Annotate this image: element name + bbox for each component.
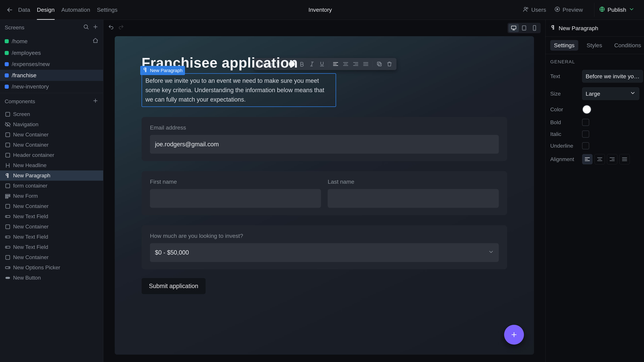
device-tablet[interactable]	[519, 24, 529, 32]
align-left-option[interactable]	[582, 154, 592, 164]
tree-node[interactable]: New Container	[0, 222, 103, 232]
prop-text: Text Before we invite yo…	[546, 67, 644, 85]
invest-select[interactable]	[150, 243, 499, 262]
status-dot	[5, 62, 9, 66]
tree-node[interactable]: New Container	[0, 140, 103, 150]
submit-button[interactable]: Submit application	[142, 278, 206, 294]
device-desktop[interactable]	[508, 24, 519, 32]
screen-item-new-inventory[interactable]: /new-inventory	[0, 81, 103, 92]
textfield-icon	[5, 244, 11, 250]
tab-settings[interactable]: Settings	[97, 0, 118, 20]
canvas[interactable]: Large	[115, 36, 534, 355]
publish-button[interactable]: Publish	[594, 3, 639, 17]
tree-node[interactable]: New Options Picker	[0, 263, 103, 273]
tree-node[interactable]: New Form	[0, 191, 103, 201]
tab-data[interactable]: Data	[18, 0, 30, 20]
screen-path: /new-inventory	[12, 83, 49, 90]
prop-underline-label: Underline	[550, 143, 579, 149]
tab-automation[interactable]: Automation	[62, 0, 90, 20]
tree-node[interactable]: New Text Field	[0, 232, 103, 242]
search-icon[interactable]	[83, 24, 89, 31]
tree-node[interactable]: New Container	[0, 201, 103, 211]
prop-size-select[interactable]: Large	[582, 87, 639, 100]
add-component-icon[interactable]	[92, 98, 98, 105]
first-name-input[interactable]	[150, 189, 321, 208]
form-card-invest: How much are you looking to invest?	[142, 225, 507, 269]
users-label: Users	[531, 6, 546, 13]
screen-item-expenses-new[interactable]: /expenses/new	[0, 58, 103, 70]
screen-item-franchise[interactable]: /franchise	[0, 70, 103, 81]
tree-node[interactable]: New Container	[0, 252, 103, 263]
paragraph-icon	[5, 173, 11, 179]
align-justify-option[interactable]	[619, 154, 630, 164]
device-mobile[interactable]	[529, 24, 540, 32]
undo-button[interactable]	[108, 24, 114, 32]
prop-italic-checkbox[interactable]	[582, 131, 589, 138]
users-button[interactable]: Users	[523, 6, 546, 13]
svg-rect-16	[6, 236, 10, 238]
paragraph-text[interactable]: Before we invite you to an event we need…	[146, 76, 332, 104]
tree-node-label: Screen	[13, 111, 30, 117]
tree-node[interactable]: form container	[0, 181, 103, 191]
invest-label: How much are you looking to invest?	[150, 233, 499, 239]
insp-tab-styles[interactable]: Styles	[583, 40, 606, 51]
selected-paragraph-component[interactable]: New Paragraph Before we invite you to an…	[142, 73, 507, 107]
prop-size-label: Size	[550, 91, 579, 97]
add-component-fab[interactable]	[504, 325, 524, 345]
tree-node-label: Header container	[13, 152, 54, 158]
tree-node-label: New Container	[13, 142, 49, 148]
svg-rect-11	[6, 196, 10, 197]
prop-color-label: Color	[550, 106, 579, 113]
prop-text-label: Text	[550, 73, 579, 79]
status-dot	[5, 73, 9, 77]
prop-underline-checkbox[interactable]	[582, 142, 589, 149]
screen-item-home[interactable]: /home	[0, 35, 103, 47]
chevron-down-icon	[630, 90, 636, 97]
tree-node[interactable]: New Text Field	[0, 211, 103, 222]
prop-bold-label: Bold	[550, 119, 579, 125]
last-name-input[interactable]	[328, 189, 499, 208]
prop-bold-checkbox[interactable]	[582, 119, 589, 126]
square-icon	[5, 111, 11, 117]
component-chip-label: New Paragraph	[150, 68, 183, 73]
app-title: Inventory	[118, 6, 523, 13]
prop-color: Color	[546, 102, 644, 116]
email-input[interactable]	[150, 135, 499, 154]
status-dot	[5, 39, 9, 43]
tree-node[interactable]: New Container	[0, 130, 103, 140]
svg-rect-9	[6, 184, 10, 188]
screen-item-employees[interactable]: /employees	[0, 47, 103, 58]
textfield-icon	[5, 234, 11, 240]
tree-node[interactable]: Navigation	[0, 119, 103, 130]
prop-alignment-label: Alignment	[550, 156, 579, 162]
screens-label: Screens	[5, 24, 24, 31]
tree-node[interactable]: Screen	[0, 109, 103, 119]
prop-text-input[interactable]: Before we invite yo…	[582, 70, 643, 83]
tree-node[interactable]: New Text Field	[0, 242, 103, 252]
insp-tab-conditions[interactable]: Conditions	[610, 40, 644, 51]
redo-button[interactable]	[118, 24, 124, 32]
tree-node[interactable]: New Paragraph	[0, 170, 103, 181]
align-center-option[interactable]	[594, 154, 605, 164]
insp-tab-settings[interactable]: Settings	[550, 40, 578, 51]
tree-node[interactable]: Header container	[0, 150, 103, 160]
align-right-option[interactable]	[607, 154, 617, 164]
back-button[interactable]	[5, 5, 15, 15]
prop-color-swatch[interactable]	[582, 105, 592, 114]
chevron-down-icon	[628, 6, 634, 13]
tree-node-label: New Text Field	[13, 234, 48, 240]
add-screen-icon[interactable]	[92, 24, 98, 31]
screen-list: /home /employees /expenses/new /franchis…	[0, 35, 103, 92]
home-icon	[92, 37, 98, 45]
screen-path: /expenses/new	[12, 61, 50, 67]
tree-node[interactable]: New Headline	[0, 160, 103, 170]
tab-design[interactable]: Design	[37, 0, 55, 20]
prop-underline: Underline	[546, 140, 644, 152]
tree-node-label: New Container	[13, 254, 49, 260]
preview-button[interactable]: Preview	[554, 6, 583, 13]
screens-header: Screens	[0, 20, 103, 35]
svg-rect-6	[6, 133, 10, 137]
tree-node[interactable]: New Button	[0, 273, 103, 283]
globe-icon	[599, 6, 605, 13]
tree-node-label: New Form	[13, 193, 38, 199]
